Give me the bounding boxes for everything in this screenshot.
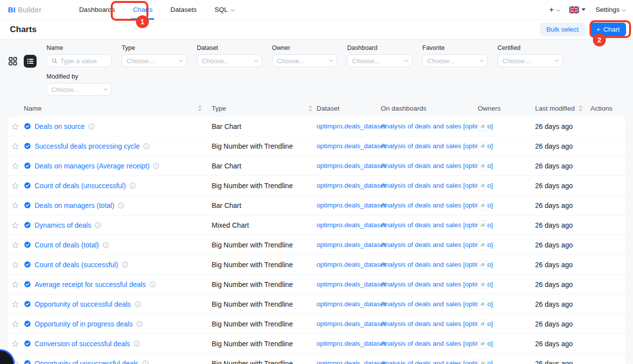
new-item-button[interactable]: +: [549, 5, 559, 14]
favorite-star-icon[interactable]: [11, 281, 19, 288]
dataset-link[interactable]: optimpro.deals_dataset: [316, 320, 386, 327]
favorite-star-icon[interactable]: [11, 202, 19, 209]
info-icon[interactable]: [142, 360, 149, 364]
info-icon[interactable]: [134, 340, 140, 347]
sort-icon: [198, 105, 202, 112]
filter-search-input[interactable]: Type a value: [46, 54, 112, 67]
chart-name-link[interactable]: Deals on managers (total): [35, 202, 114, 209]
filter-select[interactable]: Choose...: [46, 83, 112, 96]
dashboard-link[interactable]: Analysis of deals and sales [optimpro]: [381, 300, 493, 308]
plus-icon: +: [596, 26, 600, 33]
info-icon[interactable]: [129, 182, 136, 189]
page-title: Charts: [10, 25, 37, 35]
chart-name-link[interactable]: Successful deals processing cycle: [35, 142, 139, 150]
dashboard-link[interactable]: Analysis of deals and sales [optimpro]: [381, 142, 493, 150]
favorite-star-icon[interactable]: [11, 261, 19, 269]
filter-select[interactable]: Choose...: [272, 54, 337, 67]
favorite-star-icon[interactable]: [11, 182, 19, 190]
chart-name-link[interactable]: Count of deals (total): [35, 241, 99, 249]
nav-item-dashboards[interactable]: Dashboards: [79, 0, 115, 20]
column-header-last-modified[interactable]: Last modified: [535, 105, 590, 112]
dashboard-link[interactable]: Analysis of deals and sales [optimpro]: [381, 340, 493, 347]
favorite-star-icon[interactable]: [11, 340, 19, 348]
info-icon[interactable]: [143, 143, 150, 150]
info-icon[interactable]: [122, 261, 129, 268]
owner-avatar: [478, 201, 488, 210]
dataset-link[interactable]: optimpro.deals_dataset: [316, 360, 386, 364]
favorite-star-icon[interactable]: [11, 221, 19, 229]
logo-primary: BI: [8, 5, 15, 14]
dashboard-link[interactable]: Analysis of deals and sales [optimpro]: [381, 360, 493, 364]
owner-avatar: [478, 220, 488, 230]
dashboard-link[interactable]: Analysis of deals and sales [optimpro]: [381, 241, 493, 248]
favorite-star-icon[interactable]: [11, 122, 19, 130]
list-view-toggle[interactable]: [24, 55, 37, 68]
app-logo[interactable]: BI Builder: [8, 5, 42, 14]
filter-select[interactable]: Choose...: [347, 54, 412, 67]
chart-name-link[interactable]: Opportunity of unsuccessful deals: [35, 360, 138, 364]
chart-name-link[interactable]: Conversion of successful deals: [35, 340, 130, 348]
nav-item-charts[interactable]: Charts: [133, 0, 153, 20]
dataset-link[interactable]: optimpro.deals_dataset: [316, 122, 386, 130]
favorite-star-icon[interactable]: [11, 162, 19, 170]
info-icon[interactable]: [102, 242, 109, 248]
nav-item-datasets[interactable]: Datasets: [170, 0, 196, 20]
select-placeholder: Choose...: [277, 57, 305, 65]
dataset-link[interactable]: optimpro.deals_dataset: [316, 340, 386, 347]
info-icon[interactable]: [149, 281, 156, 288]
card-view-toggle[interactable]: [7, 55, 19, 67]
column-header-name[interactable]: Name: [24, 105, 212, 112]
chart-name-link[interactable]: Deals on source: [35, 122, 85, 130]
info-icon[interactable]: [118, 202, 125, 209]
table-row: Deals on managers (Average receipt) Bar …: [8, 156, 625, 176]
dashboard-link[interactable]: Analysis of deals and sales [optimpro]: [381, 202, 493, 209]
dataset-link[interactable]: optimpro.deals_dataset: [316, 182, 386, 189]
dataset-link[interactable]: optimpro.deals_dataset: [316, 162, 386, 169]
settings-menu[interactable]: Settings: [595, 6, 625, 13]
info-icon[interactable]: [88, 123, 95, 130]
favorite-star-icon[interactable]: [11, 300, 19, 308]
owner-avatar: [478, 121, 488, 131]
chart-name-link[interactable]: Opportunity of successful deals: [35, 300, 131, 308]
info-icon[interactable]: [136, 321, 143, 327]
filter-select[interactable]: Choose...: [422, 54, 488, 67]
add-chart-button[interactable]: + Chart: [590, 23, 626, 36]
chart-name-link[interactable]: Deals on managers (Average receipt): [35, 162, 149, 170]
favorite-star-icon[interactable]: [11, 320, 19, 328]
info-icon[interactable]: [153, 162, 160, 169]
dashboard-link[interactable]: Analysis of deals and sales [optimpro]: [381, 320, 493, 327]
dataset-link[interactable]: optimpro.deals_dataset: [316, 300, 386, 308]
filter-select[interactable]: Choose...: [197, 54, 262, 67]
dashboard-link[interactable]: Analysis of deals and sales [optimpro]: [381, 122, 493, 130]
chart-name-link[interactable]: Dynamics of deals: [35, 221, 91, 229]
favorite-star-icon[interactable]: [11, 142, 19, 150]
chart-name-link[interactable]: Opportunity of in progress deals: [35, 320, 133, 328]
dashboard-link[interactable]: Analysis of deals and sales [optimpro]: [381, 261, 493, 268]
dataset-link[interactable]: optimpro.deals_dataset: [316, 261, 386, 268]
dashboard-link[interactable]: Analysis of deals and sales [optimpro]: [381, 182, 493, 189]
last-modified-value: 26 days ago: [535, 162, 590, 170]
chart-name-link[interactable]: Count of deals (successful): [35, 261, 118, 269]
dashboard-link[interactable]: Analysis of deals and sales [optimpro]: [381, 162, 493, 169]
language-switcher[interactable]: [569, 6, 586, 13]
info-icon[interactable]: [135, 301, 141, 308]
info-icon[interactable]: [94, 222, 101, 229]
dashboard-link[interactable]: Analysis of deals and sales [optimpro]: [381, 221, 493, 229]
table-header: Name Type Dataset On dashboards Owners L…: [8, 100, 625, 117]
dataset-link[interactable]: optimpro.deals_dataset: [316, 142, 386, 150]
certified-badge-icon: [24, 281, 31, 288]
dataset-link[interactable]: optimpro.deals_dataset: [316, 241, 386, 248]
dataset-link[interactable]: optimpro.deals_dataset: [316, 202, 386, 209]
nav-item-sql[interactable]: SQL: [215, 0, 234, 20]
column-header-type[interactable]: Type: [212, 105, 316, 112]
dataset-link[interactable]: optimpro.deals_dataset: [316, 221, 386, 229]
chart-name-link[interactable]: Count of deals (unsuccessful): [35, 182, 126, 190]
favorite-star-icon[interactable]: [11, 241, 19, 249]
filter-select[interactable]: Choose...: [497, 54, 563, 67]
logo-secondary: Builder: [18, 5, 42, 14]
dataset-link[interactable]: optimpro.deals_dataset: [316, 281, 386, 288]
filter-select[interactable]: Choose...: [122, 54, 187, 67]
bulk-select-button[interactable]: Bulk select: [540, 23, 585, 36]
dashboard-link[interactable]: Analysis of deals and sales [optimpro]: [381, 281, 493, 288]
chart-name-link[interactable]: Average receipt for successful deals: [35, 281, 146, 288]
